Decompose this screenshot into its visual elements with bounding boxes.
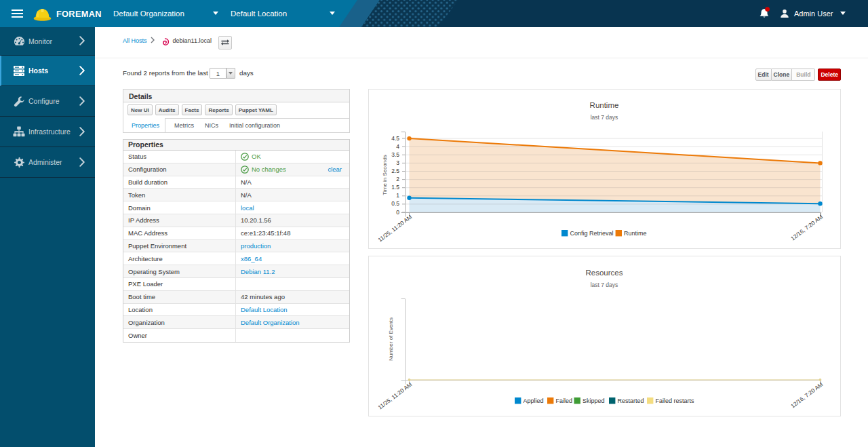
svg-text:2: 2 — [396, 176, 399, 182]
svg-text:Time in Seconds: Time in Seconds — [382, 155, 388, 195]
svg-text:11/25, 11:20 AM: 11/25, 11:20 AM — [376, 381, 413, 411]
svg-text:Runtime: Runtime — [624, 230, 647, 237]
svg-text:last 7 days: last 7 days — [591, 281, 618, 288]
svg-text:Skipped: Skipped — [583, 397, 605, 404]
svg-text:12/16, 7:20 AM: 12/16, 7:20 AM — [789, 214, 824, 242]
svg-text:4: 4 — [396, 143, 399, 150]
svg-text:1: 1 — [396, 192, 399, 199]
svg-text:Failed restarts: Failed restarts — [656, 397, 695, 404]
svg-text:2.5: 2.5 — [391, 168, 399, 174]
svg-text:4.5: 4.5 — [391, 135, 399, 142]
svg-text:11/25, 11:20 AM: 11/25, 11:20 AM — [376, 214, 413, 244]
svg-text:3.5: 3.5 — [391, 151, 399, 158]
svg-text:Number of Events: Number of Events — [388, 317, 394, 361]
svg-text:1.5: 1.5 — [391, 184, 399, 191]
svg-text:3: 3 — [396, 159, 399, 166]
svg-text:12/16, 7:20 AM: 12/16, 7:20 AM — [789, 381, 824, 410]
svg-text:Restarted: Restarted — [618, 397, 644, 404]
svg-text:Config Retrieval: Config Retrieval — [570, 230, 614, 237]
svg-text:Resources: Resources — [586, 269, 623, 277]
svg-text:0: 0 — [396, 209, 399, 216]
svg-text:0.5: 0.5 — [391, 200, 399, 207]
svg-text:last 7 days: last 7 days — [591, 114, 618, 121]
svg-text:Runtime: Runtime — [590, 101, 619, 109]
svg-text:Failed: Failed — [556, 397, 573, 404]
svg-text:Applied: Applied — [524, 397, 544, 404]
